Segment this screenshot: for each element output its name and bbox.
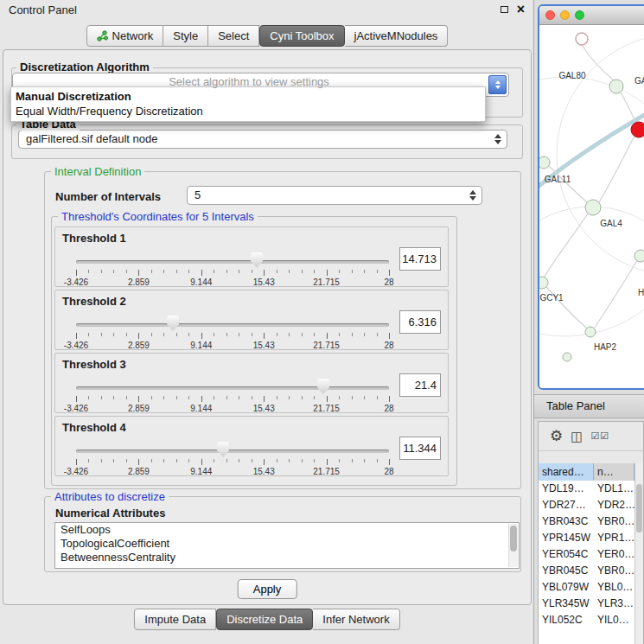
number-of-intervals-combobox[interactable]: 5 <box>187 186 482 205</box>
network-node[interactable] <box>631 122 644 137</box>
threshold-2-slider[interactable]: -3.4262.8599.14415.4321.71528 <box>76 313 389 349</box>
tick-mark <box>264 333 265 339</box>
threshold-4-value-field[interactable]: 11.344 <box>399 437 441 460</box>
tab-network[interactable]: Network <box>86 25 164 47</box>
threshold-4-panel: Threshold 4 -3.4262.8599.14415.4321.7152… <box>54 416 449 476</box>
network-node[interactable] <box>563 353 571 361</box>
gear-icon[interactable]: ⚙ <box>550 427 563 445</box>
tick-mark <box>289 459 290 462</box>
tick-label: 21.715 <box>313 404 340 413</box>
menu-item-equal-width-frequency[interactable]: Equal Width/Frequency Discretization <box>11 104 485 118</box>
network-view-window: GAL80GAGAL11GAL4GCY1HAP2H <box>538 4 644 390</box>
table-row[interactable]: YLR345WYLR3… <box>539 596 634 612</box>
table-row[interactable]: YBL079WYBL0… <box>539 579 634 596</box>
tab-select[interactable]: Select <box>208 25 259 47</box>
slider-thumb[interactable] <box>217 442 229 457</box>
tick-mark <box>163 459 164 462</box>
table-toolbar: ⚙ ◫ ☑☑ <box>539 422 643 451</box>
table-data-combobox-value: galFiltered.sif default node <box>26 132 157 145</box>
close-icon[interactable]: × <box>517 3 525 16</box>
select-checkboxes-icon[interactable]: ☑☑ <box>590 430 609 442</box>
table-row[interactable]: YPR145WYPR1… <box>539 530 634 546</box>
tab-impute-data[interactable]: Impute Data <box>134 609 216 630</box>
table-row[interactable]: YDL19…YDL1… <box>539 481 634 497</box>
slider-thumb[interactable] <box>167 316 179 331</box>
threshold-2-value-field[interactable]: 6.316 <box>399 310 441 334</box>
tab-label: Cyni Toolbox <box>270 29 334 42</box>
threshold-1-slider[interactable]: -3.4262.8599.14415.4321.71528 <box>76 250 389 286</box>
columns-icon[interactable]: ◫ <box>571 429 583 444</box>
table-row[interactable]: YBR045CYBR0… <box>539 563 634 579</box>
tab-cyni-toolbox[interactable]: Cyni Toolbox <box>259 25 344 47</box>
tick-mark <box>138 333 139 339</box>
combo-stepper-icon[interactable] <box>488 75 507 94</box>
attribute-list-item[interactable]: TopologicalCoefficient <box>55 537 519 551</box>
menu-item-manual-discretization[interactable]: Manual Discretization <box>11 89 485 104</box>
threshold-3-value-field[interactable]: 21.4 <box>399 373 441 397</box>
network-node[interactable] <box>539 277 548 289</box>
table-row[interactable]: YBR043CYBR0… <box>539 513 634 530</box>
threshold-1-value-field[interactable]: 14.713 <box>399 247 441 271</box>
list-scrollbar[interactable] <box>508 524 518 567</box>
threshold-1-panel: Threshold 1 -3.4262.8599.14415.4321.7152… <box>54 226 449 287</box>
list-scrollbar-thumb[interactable] <box>510 526 517 552</box>
close-traffic-light-icon[interactable] <box>545 10 555 20</box>
threshold-3-slider[interactable]: -3.4262.8599.14415.4321.71528 <box>76 376 389 412</box>
apply-button[interactable]: Apply <box>238 579 297 599</box>
column-header-name[interactable]: n… <box>594 463 634 481</box>
tab-jactivemnodules[interactable]: jActiveMNodules <box>345 25 449 47</box>
table-row[interactable]: YER054CYER0… <box>539 546 634 563</box>
cyni-toolbox-panel: Discretization Algorithm Select algorith… <box>3 49 532 605</box>
attribute-list-item[interactable]: BetweennessCentrality <box>55 551 519 564</box>
tick-mark <box>176 333 177 336</box>
float-window-icon[interactable] <box>501 6 508 13</box>
table-data-combobox[interactable]: galFiltered.sif default node <box>18 130 507 149</box>
network-node[interactable] <box>576 33 588 45</box>
tick-mark <box>101 396 102 399</box>
network-canvas-svg[interactable]: GAL80GAGAL11GAL4GCY1HAP2H <box>539 25 644 388</box>
slider-thumb[interactable] <box>251 252 263 268</box>
table-scrollbar-thumb[interactable] <box>636 484 642 532</box>
slider-ticks <box>76 396 389 403</box>
tick-mark <box>252 459 252 462</box>
tick-mark <box>377 270 378 273</box>
tick-mark <box>151 396 152 399</box>
interval-definition-group-title: Interval Definition <box>51 165 144 178</box>
tick-label: 15.43 <box>253 341 275 350</box>
attribute-list-item[interactable]: SelfLoops <box>55 523 519 537</box>
table-row[interactable]: YIL052CYIL0… <box>539 612 634 628</box>
tick-mark <box>314 270 315 273</box>
combo-stepper-icon[interactable] <box>494 134 501 144</box>
tick-mark <box>88 333 89 336</box>
table-cell: YPR145W <box>539 530 594 546</box>
tick-mark <box>214 270 214 273</box>
tab-style[interactable]: Style <box>163 25 208 47</box>
slider-track <box>76 386 389 390</box>
network-node[interactable] <box>634 250 644 262</box>
slider-thumb[interactable] <box>317 379 329 394</box>
table-row[interactable]: YDR27…YDR2… <box>539 497 634 513</box>
tick-mark <box>226 333 227 336</box>
table-cell: YPR1… <box>594 530 634 546</box>
column-header-shared-name[interactable]: shared… <box>539 463 594 481</box>
table-body: YDL19…YDL1…YDR27…YDR2…YBR043CYBR0…YPR145… <box>539 481 634 644</box>
network-node[interactable] <box>585 200 601 215</box>
minimize-traffic-light-icon[interactable] <box>560 10 570 20</box>
table-cell: YER054C <box>539 546 594 563</box>
network-node[interactable] <box>609 80 623 93</box>
threshold-4-label: Threshold 4 <box>62 421 126 434</box>
network-node[interactable] <box>585 327 596 337</box>
combo-stepper-icon[interactable] <box>469 190 476 201</box>
tick-mark <box>113 396 114 399</box>
table-cell: YBR045C <box>539 563 594 579</box>
table-scrollbar[interactable] <box>634 463 643 644</box>
zoom-traffic-light-icon[interactable] <box>575 10 584 20</box>
tab-discretize-data[interactable]: Discretize Data <box>216 609 313 630</box>
tick-mark <box>302 396 303 399</box>
threshold-4-slider[interactable]: -3.4262.8599.14415.4321.71528 <box>76 439 389 475</box>
network-node[interactable] <box>539 156 550 169</box>
control-panel-title: Control Panel <box>9 3 77 16</box>
tick-mark <box>163 333 164 336</box>
network-canvas[interactable]: GAL80GAGAL11GAL4GCY1HAP2H <box>539 25 644 388</box>
tab-infer-network[interactable]: Infer Network <box>313 609 399 630</box>
